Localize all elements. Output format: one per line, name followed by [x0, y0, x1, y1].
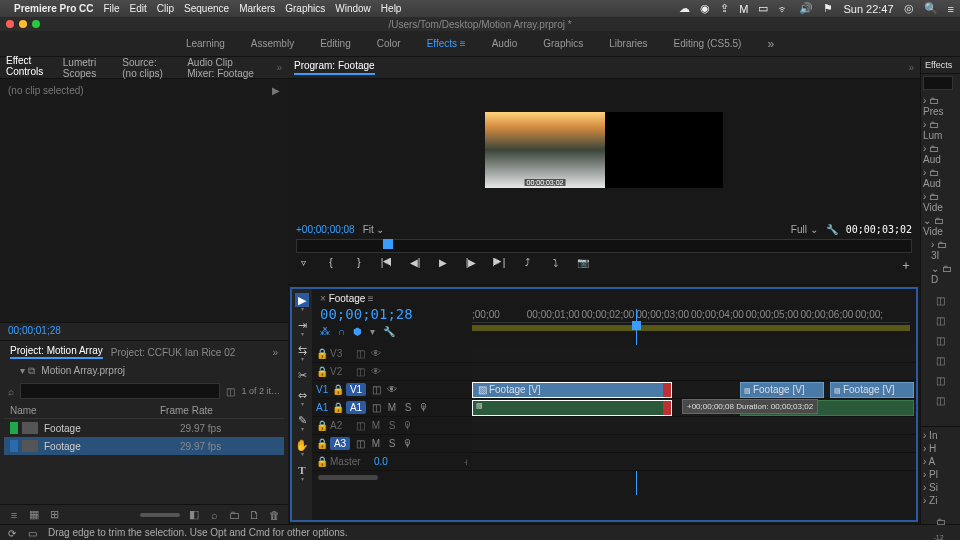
track-a3[interactable] [472, 435, 916, 453]
project-search-input[interactable] [20, 383, 220, 399]
preset-icon[interactable]: ◫ [923, 390, 958, 410]
menubar-screen-icon[interactable]: ▭ [758, 2, 768, 15]
tab-program[interactable]: Program: Footage [294, 60, 375, 75]
clip-trim-handle[interactable] [663, 401, 671, 415]
menubar-clock[interactable]: Sun 22:47 [843, 3, 893, 15]
bin-row-sequence[interactable]: Footage 29.97 fps [4, 419, 284, 437]
project-filter-icon[interactable]: ◫ [226, 386, 235, 397]
track-header-master[interactable]: 🔒Master0.0⫞ [312, 453, 472, 471]
settings-icon[interactable]: ▾ [370, 326, 375, 337]
program-in-timecode[interactable]: +00;00;00;08 [296, 224, 355, 235]
menubar-m-icon[interactable]: M [739, 3, 748, 15]
menu-file[interactable]: File [103, 3, 119, 14]
effects-panel-title[interactable]: Effects [921, 57, 960, 74]
go-to-in-icon[interactable]: |⯇ [380, 257, 394, 274]
menubar-speaker-icon[interactable]: 🔊 [799, 2, 813, 15]
status-clip-icon[interactable]: ▭ [28, 528, 38, 538]
snap-icon[interactable]: ⁂ [320, 326, 330, 337]
workspace-assembly[interactable]: Assembly [251, 38, 294, 49]
marker-icon[interactable]: ⬢ [353, 326, 362, 337]
workspace-editing[interactable]: Editing [320, 38, 351, 49]
icon-view-icon[interactable]: ▦ [28, 509, 40, 521]
col-name[interactable]: Name [10, 405, 160, 416]
menu-edit[interactable]: Edit [130, 3, 147, 14]
workspace-editing-cs55[interactable]: Editing (CS5.5) [674, 38, 742, 49]
new-bin-icon[interactable]: 🗀 [228, 509, 240, 521]
workspace-audio[interactable]: Audio [492, 38, 518, 49]
program-scrubber[interactable] [296, 239, 912, 253]
menu-help[interactable]: Help [381, 3, 402, 14]
clip-footage-1[interactable]: ▧ Footage [V] [472, 382, 672, 398]
effects-subfolder[interactable]: ⌄ 🗀 D [923, 262, 958, 286]
lift-icon[interactable]: ⤴ [520, 257, 534, 274]
menubar-drawer-icon[interactable]: ≡ [948, 3, 954, 15]
tab-lumetri-scopes[interactable]: Lumetri Scopes [63, 57, 108, 79]
timeline-content[interactable]: ▧ Footage [V] ▧ Footage [V] ▧ Footage [V… [472, 345, 916, 471]
effects-folder[interactable]: › 🗀 Pres [923, 94, 958, 118]
track-header-a2[interactable]: 🔒A2◫MS🎙 [312, 417, 472, 435]
step-back-icon[interactable]: ◀| [408, 257, 422, 274]
clip-footage-2[interactable]: ▧ Footage [V] [740, 382, 824, 398]
timeline-ruler[interactable]: ;00;00 00;00;01;00 00;00;02;00 00;00;03;… [472, 309, 910, 345]
app-menu[interactable]: Premiere Pro CC [14, 3, 93, 14]
menubar-flag-icon[interactable]: ⚑ [823, 2, 833, 15]
tab-project-motion-array[interactable]: Project: Motion Array [10, 345, 103, 359]
track-v1[interactable]: ▧ Footage [V] ▧ Footage [V] ▧ Footage [V… [472, 381, 916, 399]
preset-icon[interactable]: ◫ [923, 290, 958, 310]
preset-icon[interactable]: ◫ [923, 370, 958, 390]
track-header-a3[interactable]: 🔒A3◫MS🎙 [312, 435, 472, 453]
menubar-wifi-icon[interactable]: ᯤ [778, 3, 789, 15]
menu-sequence[interactable]: Sequence [184, 3, 229, 14]
sequence-tab[interactable]: Footage [329, 293, 366, 304]
preset-icon[interactable]: 🗀 [923, 511, 958, 531]
menubar-siri-icon[interactable]: ◎ [904, 2, 914, 15]
find-icon[interactable]: ⌕ [208, 509, 220, 521]
menubar-search-icon[interactable]: 🔍 [924, 2, 938, 15]
delete-icon[interactable]: 🗑 [268, 509, 280, 521]
track-header-a1[interactable]: A1🔒A1◫MS🎙 [312, 399, 472, 417]
go-to-out-icon[interactable]: ⯈| [492, 257, 506, 274]
workspace-color[interactable]: Color [377, 38, 401, 49]
tab-effect-controls[interactable]: Effect Controls [6, 55, 49, 81]
menu-clip[interactable]: Clip [157, 3, 174, 14]
panel-overflow[interactable]: » [276, 62, 282, 73]
razor-tool-icon[interactable]: ✂ [295, 368, 309, 382]
close-window-button[interactable] [6, 20, 14, 28]
button-editor-icon[interactable]: ＋ [900, 257, 912, 274]
menu-window[interactable]: Window [335, 3, 371, 14]
source-timecode[interactable]: 00;00;01;28 [0, 322, 288, 340]
track-master[interactable] [472, 453, 916, 471]
menubar-dropbox-icon[interactable]: ⇪ [720, 2, 729, 15]
wrench-icon[interactable]: 🔧 [826, 224, 838, 235]
effects-folder[interactable]: › 🗀 Aud [923, 166, 958, 190]
menubar-cc-icon[interactable]: ◉ [700, 2, 710, 15]
workspace-learning[interactable]: Learning [186, 38, 225, 49]
menu-graphics[interactable]: Graphics [285, 3, 325, 14]
track-header-v2[interactable]: 🔒V2◫👁 [312, 363, 472, 381]
program-zoom-fit[interactable]: Fit ⌄ [363, 224, 384, 235]
workspace-graphics[interactable]: Graphics [543, 38, 583, 49]
sort-icon[interactable]: ◧ [188, 509, 200, 521]
preset-icon[interactable]: ◫ [923, 310, 958, 330]
menu-markers[interactable]: Markers [239, 3, 275, 14]
timeline-zoom-slider[interactable] [318, 475, 378, 480]
linked-selection-icon[interactable]: ∩ [338, 326, 345, 337]
track-header-v3[interactable]: 🔒V3◫👁 [312, 345, 472, 363]
tab-audio-clip-mixer[interactable]: Audio Clip Mixer: Footage [187, 57, 262, 79]
menubar-cloud-icon[interactable]: ☁ [679, 2, 690, 15]
work-area-bar[interactable] [472, 325, 910, 331]
project-overflow[interactable]: » [272, 347, 278, 358]
program-quality[interactable]: Full ⌄ [791, 224, 818, 235]
effects-folder[interactable]: › 🗀 Aud [923, 142, 958, 166]
play-icon[interactable]: ▶ [436, 257, 450, 274]
zoom-window-button[interactable] [32, 20, 40, 28]
effects-folder[interactable]: ⌄ 🗀 Vide [923, 214, 958, 238]
effects-subfolder[interactable]: › 🗀 3I [923, 238, 958, 262]
track-a2[interactable] [472, 417, 916, 435]
track-v3[interactable] [472, 345, 916, 363]
program-playhead[interactable] [383, 239, 393, 249]
list-view-icon[interactable]: ≡ [8, 509, 20, 521]
minimize-window-button[interactable] [19, 20, 27, 28]
preset-icon[interactable]: ◫ [923, 330, 958, 350]
program-overflow[interactable]: » [908, 62, 914, 73]
